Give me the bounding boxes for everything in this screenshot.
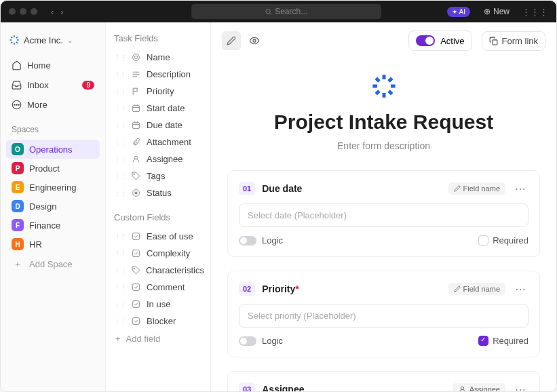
field-chip[interactable]: Field name [448, 182, 505, 195]
field-item-priority[interactable]: ⋮⋮Priority [106, 83, 210, 100]
new-button[interactable]: ⊕ New [484, 7, 510, 16]
form-title[interactable]: Project Intake Request [274, 111, 493, 134]
field-item-complexity[interactable]: ⋮⋮Complexity [106, 245, 210, 262]
logic-toggle[interactable] [239, 236, 256, 246]
edit-mode-button[interactable] [222, 31, 241, 50]
form-logo-icon[interactable] [370, 73, 398, 100]
drag-handle-icon[interactable]: ⋮⋮ [114, 283, 126, 291]
task-fields-heading: Task Fields [106, 33, 210, 49]
svg-rect-25 [133, 284, 140, 291]
form-field-card[interactable]: 01 Due date Field name ⋯ Select date (Pl… [227, 170, 540, 257]
add-field-label: Add field [126, 334, 161, 344]
target-icon [132, 53, 141, 62]
search-input[interactable]: Search... [191, 4, 381, 19]
nav-back-icon[interactable]: ‹ [51, 7, 54, 17]
add-field-button[interactable]: + Add field [106, 330, 210, 348]
svg-point-4 [18, 104, 19, 105]
nav-home[interactable]: Home [6, 56, 100, 75]
status-icon [132, 189, 141, 197]
apps-grid-icon[interactable]: ⋮⋮⋮ [522, 7, 548, 17]
field-menu-button[interactable]: ⋯ [512, 182, 529, 195]
nav-forward-icon[interactable]: › [60, 7, 63, 17]
drag-handle-icon[interactable]: ⋮⋮ [114, 172, 126, 180]
svg-point-3 [16, 104, 17, 105]
drag-handle-icon[interactable]: ⋮⋮ [114, 317, 126, 325]
drag-handle-icon[interactable]: ⋮⋮ [114, 267, 126, 274]
drag-handle-icon[interactable]: ⋮⋮ [114, 54, 126, 61]
drag-handle-icon[interactable]: ⋮⋮ [114, 121, 126, 129]
svg-point-30 [461, 387, 463, 389]
svg-point-2 [14, 104, 15, 105]
field-item-in-use[interactable]: ⋮⋮In use [106, 296, 210, 313]
required-checkbox[interactable]: Required [478, 235, 529, 246]
svg-rect-14 [133, 123, 140, 129]
copy-icon [489, 37, 498, 45]
toggle-switch-icon [416, 35, 435, 46]
required-checkbox[interactable]: Required [478, 336, 529, 346]
field-item-characteristics[interactable]: ⋮⋮Characteristics [106, 262, 210, 279]
space-item-finance[interactable]: FFinance [6, 216, 100, 235]
required-label: Required [493, 235, 529, 246]
field-item-blocker[interactable]: ⋮⋮Blocker [106, 313, 210, 330]
nav-more[interactable]: More [6, 96, 100, 114]
add-space-button[interactable]: + Add Space [6, 255, 100, 273]
logic-toggle[interactable] [239, 336, 256, 346]
space-item-engineering[interactable]: EEngineering [6, 178, 100, 197]
form-field-card[interactable]: 02 Priority* Field name ⋯ Select priorit… [227, 271, 540, 357]
field-item-name[interactable]: ⋮⋮Name [106, 49, 210, 66]
preview-button[interactable] [245, 31, 264, 50]
field-item-due-date[interactable]: ⋮⋮Due date [106, 117, 210, 134]
field-item-assignee[interactable]: ⋮⋮Assignee [106, 151, 210, 168]
drag-handle-icon[interactable]: ⋮⋮ [114, 71, 126, 78]
field-item-status[interactable]: ⋮⋮Status [106, 184, 210, 201]
drag-handle-icon[interactable]: ⋮⋮ [114, 250, 126, 257]
space-item-design[interactable]: DDesign [6, 197, 100, 216]
svg-point-18 [134, 156, 137, 159]
field-label: Due date [147, 120, 183, 130]
form-field-card[interactable]: 03 Assignee Assignee ⋯ [227, 371, 540, 391]
field-item-ease-of-use[interactable]: ⋮⋮Ease of use [106, 228, 210, 245]
field-number: 02 [239, 282, 255, 296]
inbox-icon [12, 80, 22, 90]
drag-handle-icon[interactable]: ⋮⋮ [114, 233, 126, 240]
field-menu-button[interactable]: ⋯ [512, 383, 529, 392]
drag-handle-icon[interactable]: ⋮⋮ [114, 155, 126, 163]
search-icon [265, 8, 272, 16]
field-item-comment[interactable]: ⋮⋮Comment [106, 279, 210, 296]
plus-circle-icon: ⊕ [484, 7, 491, 16]
field-item-description[interactable]: ⋮⋮Description [106, 66, 210, 83]
drag-handle-icon[interactable]: ⋮⋮ [114, 300, 126, 308]
field-chip[interactable]: Field name [448, 283, 505, 295]
checkbox-icon [132, 249, 141, 258]
field-menu-button[interactable]: ⋯ [512, 283, 529, 296]
person-icon [132, 155, 141, 163]
nav-inbox[interactable]: Inbox 9 [6, 76, 100, 94]
form-header: Project Intake Request Enter form descri… [211, 59, 556, 170]
field-label: In use [147, 299, 170, 309]
ai-badge[interactable]: ✦ AI [447, 7, 470, 17]
drag-handle-icon[interactable]: ⋮⋮ [114, 189, 126, 197]
svg-rect-29 [492, 39, 497, 44]
field-chip[interactable]: Assignee [453, 383, 505, 392]
field-item-tags[interactable]: ⋮⋮Tags [106, 168, 210, 184]
active-label: Active [440, 36, 464, 46]
field-item-start-date[interactable]: ⋮⋮Start date [106, 100, 210, 117]
active-toggle[interactable]: Active [408, 31, 472, 51]
drag-handle-icon[interactable]: ⋮⋮ [114, 87, 126, 95]
space-item-product[interactable]: PProduct [6, 159, 100, 178]
space-item-hr[interactable]: HHR [6, 235, 100, 254]
svg-point-0 [266, 9, 270, 13]
field-item-attachment[interactable]: ⋮⋮Attachment [106, 134, 210, 151]
form-link-button[interactable]: Form link [482, 31, 545, 51]
org-switcher[interactable]: Acme Inc. ⌄ [6, 31, 100, 55]
more-icon [12, 100, 22, 110]
field-title: Due date [262, 183, 302, 194]
form-description[interactable]: Enter form description [337, 140, 430, 151]
field-input[interactable]: Select date (Placeholder) [239, 203, 529, 227]
field-input[interactable]: Select priority (Placeholder) [239, 304, 529, 328]
drag-handle-icon[interactable]: ⋮⋮ [114, 138, 126, 146]
svg-rect-22 [133, 233, 140, 240]
drag-handle-icon[interactable]: ⋮⋮ [114, 104, 126, 112]
space-item-operations[interactable]: OOperations [6, 140, 100, 159]
window-controls[interactable] [9, 8, 37, 15]
